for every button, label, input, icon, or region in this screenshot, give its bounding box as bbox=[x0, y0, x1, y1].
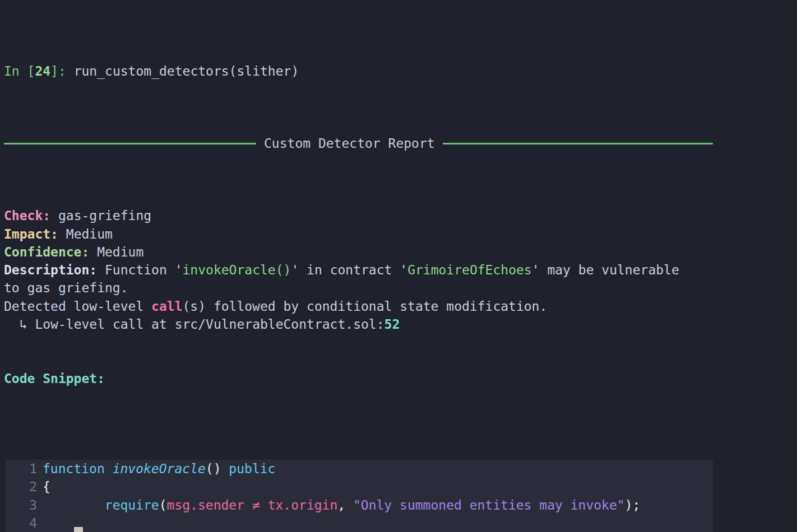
terminal-cursor[interactable] bbox=[74, 527, 83, 532]
token: Code Snippet: bbox=[4, 371, 105, 386]
token bbox=[43, 498, 105, 512]
report-body: Check: gas-griefingImpact: MediumConfide… bbox=[4, 207, 717, 388]
token: require bbox=[105, 498, 159, 512]
code-line: 1function invokeOracle() public bbox=[6, 460, 713, 478]
token: ' bbox=[532, 263, 540, 277]
report-line: Code Snippet: bbox=[4, 370, 717, 388]
token bbox=[260, 498, 268, 512]
token: { bbox=[43, 479, 50, 494]
code-line: 2{ bbox=[6, 478, 713, 496]
report-line: ↳ Low-level call at src/VulnerableContra… bbox=[4, 315, 717, 333]
token: ≠ bbox=[252, 498, 260, 512]
line-number: 2 bbox=[6, 478, 43, 496]
token: Low-level call at src/VulnerableContract… bbox=[27, 317, 384, 332]
token: Confidence: bbox=[4, 245, 89, 259]
token: to gas griefing. bbox=[4, 281, 128, 295]
token: invokeOracle bbox=[113, 461, 206, 476]
report-line bbox=[4, 333, 717, 351]
token: In bbox=[4, 64, 27, 78]
header-rule-left bbox=[4, 143, 256, 144]
token: , bbox=[337, 498, 353, 512]
token: [ bbox=[27, 64, 35, 78]
token: ] bbox=[50, 64, 58, 78]
token: tx.origin bbox=[268, 498, 338, 512]
report-line bbox=[4, 352, 717, 370]
token: Detected low-level bbox=[4, 299, 151, 314]
token: ' bbox=[175, 263, 183, 277]
report-line: Impact: Medium bbox=[4, 225, 717, 243]
terminal-output: In [24]: run_custom_detectors(slither) C… bbox=[0, 0, 717, 532]
token: () bbox=[206, 461, 229, 476]
token: ( bbox=[159, 498, 167, 512]
header-rule-right bbox=[443, 143, 713, 144]
token: ↳ bbox=[20, 317, 27, 332]
token: public bbox=[229, 461, 275, 476]
report-header-rule: Custom Detector Report bbox=[4, 134, 713, 152]
input-prompt-line: In [24]: run_custom_detectors(slither) bbox=[4, 62, 717, 80]
token: gas-griefing bbox=[50, 208, 151, 223]
token: Medium bbox=[89, 245, 143, 259]
token: ); bbox=[625, 498, 641, 512]
token: Medium bbox=[58, 227, 113, 241]
line-number: 1 bbox=[6, 460, 43, 478]
token: (s) followed by conditional state modifi… bbox=[183, 299, 548, 314]
token: GrimoireOfEchoes bbox=[407, 263, 532, 277]
token: Function bbox=[97, 263, 174, 277]
code-line: 3 require(msg.sender ≠ tx.origin, "Only … bbox=[6, 496, 713, 514]
code-line: 4 bbox=[6, 514, 713, 532]
token: Check: bbox=[4, 208, 50, 223]
line-number: 4 bbox=[6, 514, 43, 532]
token: run_custom_detectors(slither) bbox=[74, 64, 299, 78]
line-number: 3 bbox=[6, 496, 43, 514]
token: msg.sender bbox=[167, 498, 244, 512]
token: invokeOracle() bbox=[183, 263, 291, 277]
token: function bbox=[43, 461, 113, 476]
token: 24 bbox=[35, 64, 50, 78]
token: may be vulnerable bbox=[540, 263, 679, 277]
report-line: to gas griefing. bbox=[4, 279, 717, 297]
report-title: Custom Detector Report bbox=[256, 134, 443, 152]
report-line: Detected low-level call(s) followed by c… bbox=[4, 297, 717, 315]
token bbox=[244, 498, 252, 512]
report-line: Check: gas-griefing bbox=[4, 207, 717, 225]
token: Description: bbox=[4, 263, 97, 277]
report-line: Description: Function 'invokeOracle()' i… bbox=[4, 261, 717, 279]
token: : bbox=[58, 64, 74, 78]
token: 52 bbox=[384, 317, 400, 332]
token bbox=[4, 317, 20, 332]
token: Impact: bbox=[4, 227, 58, 241]
token: call bbox=[151, 299, 182, 314]
report-line: Confidence: Medium bbox=[4, 243, 717, 261]
token: in contract bbox=[299, 263, 400, 277]
code-snippet-block: 1function invokeOracle() public2{3 requi… bbox=[6, 460, 713, 532]
token: ' bbox=[400, 263, 407, 277]
token: ' bbox=[291, 263, 299, 277]
token: "Only summoned entities may invoke" bbox=[353, 498, 625, 512]
